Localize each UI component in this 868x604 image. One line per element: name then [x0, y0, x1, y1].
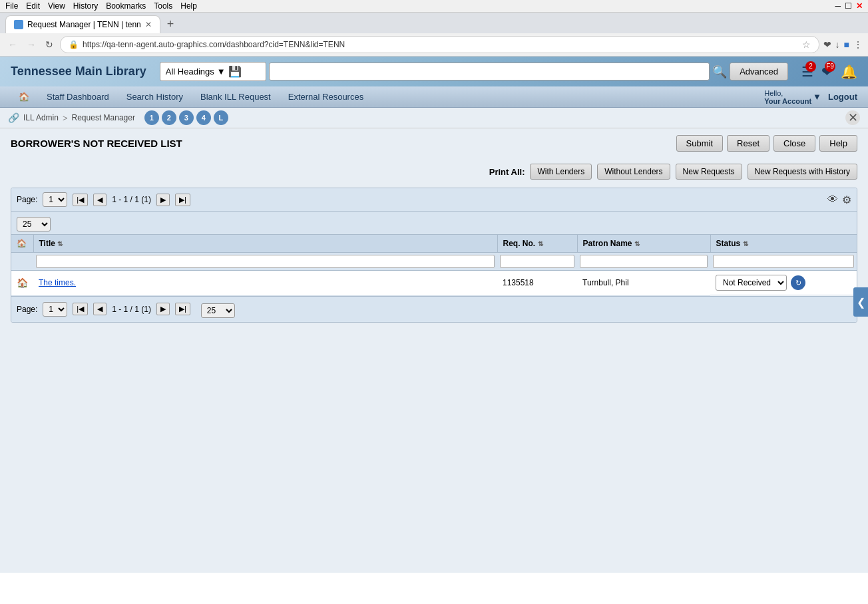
first-page-btn-bottom[interactable]: |◀: [73, 303, 88, 315]
db-icon: 💾: [228, 65, 242, 78]
account-button[interactable]: Hello, Your Account ▼: [764, 89, 821, 105]
menu-bookmarks[interactable]: Bookmarks: [106, 1, 146, 11]
menu-history[interactable]: History: [73, 1, 98, 11]
window-close[interactable]: ✕: [856, 1, 863, 11]
first-page-btn-top[interactable]: |◀: [73, 194, 88, 206]
search-input[interactable]: [269, 63, 710, 80]
last-page-btn-top[interactable]: ▶|: [175, 194, 190, 206]
breadcrumb-close[interactable]: ✕: [845, 110, 860, 125]
logout-button[interactable]: Logout: [828, 92, 857, 102]
print-without-lenders[interactable]: Without Lenders: [597, 164, 670, 180]
nav-home[interactable]: 🏠: [11, 86, 37, 107]
table-filter-row: [11, 253, 857, 271]
nav-bar: 🏠 Staff Dashboard Search History Blank I…: [0, 86, 868, 108]
filter-reqno-input[interactable]: [500, 255, 574, 268]
bell-icon-button[interactable]: 🔔: [841, 64, 857, 80]
window-minimize[interactable]: ─: [835, 1, 841, 11]
menu-view[interactable]: View: [48, 1, 65, 11]
print-new-requests[interactable]: New Requests: [676, 164, 742, 180]
table-top-bar: Page: 1 |◀ ◀ 1 - 1 / 1 (1) ▶ ▶| 👁 ⚙: [11, 188, 857, 212]
row-title-link[interactable]: The times.: [39, 278, 76, 287]
bottom-page-select[interactable]: 1: [43, 302, 67, 317]
title-sort[interactable]: ⇅: [57, 240, 63, 247]
top-page-select[interactable]: 1: [43, 192, 67, 207]
heart-icon-button[interactable]: ❤ F9: [821, 64, 833, 80]
reset-button[interactable]: Reset: [727, 135, 769, 152]
side-collapse-button[interactable]: ❮: [853, 287, 868, 317]
nav-search-history[interactable]: Search History: [118, 86, 191, 107]
search-button[interactable]: 🔍: [712, 65, 727, 79]
status-sort[interactable]: ⇅: [743, 240, 748, 247]
nav-blank-ill[interactable]: Blank ILL Request: [192, 86, 279, 107]
menu-help[interactable]: Help: [180, 1, 197, 11]
col-status[interactable]: Status ⇅: [710, 235, 857, 253]
print-new-requests-history[interactable]: New Requests with History: [748, 164, 857, 180]
account-dropdown-arrow: ▼: [813, 92, 821, 102]
col-title[interactable]: Title ⇅: [33, 235, 497, 253]
col-patron-name[interactable]: Patron Name ⇅: [577, 235, 710, 253]
settings-icon-btn[interactable]: ⚙: [842, 194, 851, 206]
help-button[interactable]: Help: [819, 135, 857, 152]
filter-status-cell[interactable]: [710, 253, 857, 271]
reqno-sort[interactable]: ⇅: [538, 240, 543, 247]
forward-button[interactable]: →: [24, 38, 39, 51]
breadcrumb-ill-admin[interactable]: ILL Admin: [23, 113, 59, 122]
download-btn[interactable]: ↓: [835, 39, 840, 50]
address-bar[interactable]: 🔒 https://qa-tenn-agent.auto-graphics.co…: [60, 36, 819, 53]
browser-tab-bar: Request Manager | TENN | tenn ✕ +: [0, 13, 868, 33]
tab-close-button[interactable]: ✕: [145, 20, 152, 29]
menu-btn[interactable]: ⋮: [853, 39, 863, 50]
bookmark-btn[interactable]: ❤: [823, 39, 831, 50]
back-button[interactable]: ←: [5, 38, 20, 51]
step-1[interactable]: 1: [144, 110, 159, 125]
step-4[interactable]: 4: [196, 110, 211, 125]
refresh-button[interactable]: ↻: [43, 38, 56, 51]
col-req-no[interactable]: Req. No. ⇅: [497, 235, 577, 253]
heading-select[interactable]: All Headings ▼ 💾: [160, 62, 266, 81]
bottom-per-page-select[interactable]: 25 50 100: [201, 303, 235, 318]
list-icon-button[interactable]: ☰ 2: [801, 64, 813, 80]
row-status-select[interactable]: Not Received Received Returned Lost: [716, 275, 787, 291]
header-right: ☰ 2 ❤ F9 🔔: [801, 64, 857, 80]
step-2[interactable]: 2: [162, 110, 176, 125]
filter-patron-input[interactable]: [580, 255, 708, 268]
menu-edit[interactable]: Edit: [26, 1, 40, 11]
nav-external-resources[interactable]: External Resources: [280, 86, 371, 107]
filter-status-input[interactable]: [713, 255, 854, 268]
extension-btn[interactable]: ■: [844, 39, 849, 50]
breadcrumb-request-manager[interactable]: Request Manager: [72, 113, 135, 122]
next-page-btn-bottom[interactable]: ▶: [156, 303, 170, 315]
top-per-page-select[interactable]: 25 50 100: [17, 217, 51, 231]
row-home-icon: 🏠: [17, 277, 28, 288]
list-badge: 2: [805, 61, 816, 72]
next-page-btn-top[interactable]: ▶: [156, 194, 170, 206]
submit-button[interactable]: Submit: [676, 135, 723, 152]
view-icon-btn[interactable]: 👁: [827, 194, 838, 206]
nav-links: 🏠 Staff Dashboard Search History Blank I…: [11, 86, 371, 107]
prev-page-btn-top[interactable]: ◀: [93, 194, 107, 206]
breadcrumb-icon: 🔗: [8, 112, 19, 123]
close-button[interactable]: Close: [773, 135, 815, 152]
row-home-icon-cell: 🏠: [11, 271, 33, 296]
filter-title-cell[interactable]: [33, 253, 497, 271]
new-tab-button[interactable]: +: [163, 17, 178, 31]
print-all-row: Print All: With Lenders Without Lenders …: [11, 164, 857, 180]
browser-tab-active[interactable]: Request Manager | TENN | tenn ✕: [5, 15, 160, 33]
row-cycle-button[interactable]: ↻: [791, 275, 805, 290]
advanced-button[interactable]: Advanced: [730, 63, 788, 80]
filter-title-input[interactable]: [36, 255, 495, 268]
filter-reqno-cell[interactable]: [497, 253, 577, 271]
last-page-btn-bottom[interactable]: ▶|: [175, 303, 190, 315]
filter-patron-cell[interactable]: [577, 253, 710, 271]
step-3[interactable]: 3: [179, 110, 194, 125]
prev-page-btn-bottom[interactable]: ◀: [93, 303, 107, 315]
print-with-lenders[interactable]: With Lenders: [530, 164, 592, 180]
menu-file[interactable]: File: [5, 1, 18, 11]
nav-staff-dashboard[interactable]: Staff Dashboard: [39, 86, 117, 107]
menu-tools[interactable]: Tools: [154, 1, 172, 11]
step-l[interactable]: L: [214, 110, 228, 125]
browser-actions: ❤ ↓ ■ ⋮: [823, 39, 863, 50]
window-maximize[interactable]: ☐: [845, 1, 852, 11]
patron-sort[interactable]: ⇅: [634, 240, 640, 247]
action-buttons: Submit Reset Close Help: [676, 135, 857, 152]
